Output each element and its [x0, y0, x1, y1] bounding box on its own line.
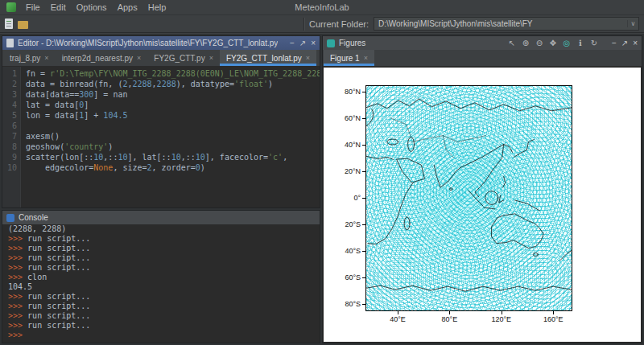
float-icon[interactable]: ↗: [299, 39, 306, 47]
code-token: lon = data[: [26, 111, 79, 120]
current-folder-combobox[interactable]: D:\Working\MIScript\Jython\mis\satellite…: [374, 17, 639, 31]
line-number: 1: [2, 68, 17, 79]
pan-icon[interactable]: ✥: [547, 39, 559, 47]
zoom-out-icon[interactable]: ⊖: [534, 39, 545, 47]
x-tick: [398, 311, 398, 314]
meteoinfolab-window: FileEditOptionsAppsHelp MeteoInfoLab Cur…: [0, 0, 644, 345]
y-tick: [362, 277, 365, 278]
code-line[interactable]: data = binread(fn, (2,2288,2288), dataty…: [26, 79, 320, 89]
editor-tabs: traj_8.py×interp2d_nearest.py×FY2G_CTT.p…: [2, 50, 320, 67]
menu-file[interactable]: File: [26, 2, 40, 12]
close-icon[interactable]: ×: [633, 39, 638, 47]
figures-window-controls: −↗×: [612, 39, 638, 47]
console-text: run script...: [27, 253, 90, 262]
zoom-in-icon[interactable]: ⊕: [520, 39, 531, 47]
line-number: 10: [2, 162, 17, 173]
code-token: edgecolor=: [26, 163, 93, 172]
code-token: 10: [196, 153, 205, 162]
y-tick: [362, 304, 365, 305]
line-number: 4: [2, 100, 17, 110]
toolbar-folder-group: Current Folder: D:\Working\MIScript\Jyth…: [303, 17, 639, 31]
code-token: ): [108, 142, 113, 151]
tab-close-icon[interactable]: ×: [209, 54, 213, 62]
chevron-down-icon[interactable]: ∨: [627, 20, 638, 27]
tab-close-icon[interactable]: ×: [306, 54, 310, 62]
minimize-icon[interactable]: −: [290, 39, 295, 47]
console-line: >>> run script...: [8, 244, 314, 253]
main-area: Editor - D:\Working\MIScript\Jython\mis\…: [0, 34, 644, 345]
map-axes[interactable]: [365, 85, 572, 311]
tab-label: FY2G_CTT_lonlat.py: [226, 54, 302, 63]
y-tick-label: 80°N: [324, 88, 361, 96]
editor-tab-interp2d_nearest.py[interactable]: interp2d_nearest.py×: [56, 50, 148, 66]
y-tick: [362, 145, 365, 146]
rotate-icon[interactable]: ↻: [588, 39, 600, 47]
close-icon[interactable]: ×: [311, 39, 316, 47]
code-gutter: 12345678910: [2, 67, 21, 207]
console-prompt: >>>: [8, 331, 27, 339]
editor-tab-traj_8.py[interactable]: traj_8.py×: [3, 50, 56, 66]
menu-help[interactable]: Help: [148, 2, 167, 12]
code-token: 104.5: [103, 111, 127, 120]
y-tick-label: 60°N: [324, 114, 361, 122]
code-line[interactable]: data[data==300] = nan: [26, 89, 320, 100]
select-icon[interactable]: ↖: [506, 39, 518, 47]
y-tick: [362, 224, 365, 225]
console-header: Console: [2, 211, 320, 224]
editor-header: Editor - D:\Working\MIScript\Jython\mis\…: [2, 36, 320, 50]
code-token: ] = nan: [93, 90, 127, 99]
console-line: >>> run script...: [8, 253, 314, 263]
figure-tab[interactable]: Figure 1×: [324, 50, 374, 66]
console-line: >>> run script...: [8, 263, 314, 273]
new-script-icon[interactable]: [5, 18, 13, 29]
full-extent-icon[interactable]: ◎: [561, 39, 572, 47]
console-text: run script...: [27, 263, 90, 272]
code-line[interactable]: edgecolor=None, size=2, zorder=0): [26, 162, 320, 173]
tab-close-icon[interactable]: ×: [364, 54, 368, 62]
identify-icon[interactable]: ℹ: [575, 39, 586, 47]
console-text: [27, 331, 32, 339]
editor-tab-FY2G_CTT.py[interactable]: FY2G_CTT.py×: [147, 50, 220, 66]
console-output[interactable]: >>> lon.shape(2288, 2288)>>> run script.…: [2, 224, 320, 343]
menu-apps[interactable]: Apps: [118, 2, 138, 12]
code-line[interactable]: geoshow('country'): [26, 142, 320, 152]
console-prompt: >>>: [8, 321, 27, 330]
code-editor[interactable]: 12345678910 fn = r'D:\Temp\FY\NOM_ITG_22…: [2, 67, 320, 207]
code-line[interactable]: lat = data[0]: [26, 100, 320, 110]
float-icon[interactable]: ↗: [621, 39, 628, 47]
code-line[interactable]: fn = r'D:\Temp\FY\NOM_ITG_2288_2288(0E0N…: [26, 68, 320, 79]
code-token: None: [93, 163, 113, 172]
tab-close-icon[interactable]: ×: [137, 54, 141, 62]
console-text: run script...: [27, 292, 90, 301]
figure-tabs: Figure 1×: [323, 50, 642, 67]
menu-edit[interactable]: Edit: [51, 2, 66, 12]
code-token: 10: [118, 153, 127, 162]
line-number: 8: [2, 142, 17, 152]
code-line[interactable]: [26, 121, 320, 131]
code-line[interactable]: lon = data[1] + 104.5: [26, 110, 320, 121]
tab-label: traj_8.py: [10, 54, 40, 63]
tab-close-icon[interactable]: ×: [44, 54, 48, 62]
code-token: , size=: [113, 163, 147, 172]
code-token: 10: [171, 153, 181, 162]
editor-tab-FY2G_CTT_lonlat.py[interactable]: FY2G_CTT_lonlat.py×: [220, 50, 316, 66]
code-token: r'D:\Temp\FY\NOM_ITG_2288_2288(0E0N)_LE\…: [50, 69, 320, 78]
tab-label: Figure 1: [330, 54, 360, 63]
code-token: ): [200, 163, 205, 172]
y-tick-label: 40°S: [324, 247, 361, 255]
editor-window-controls: −↗×: [290, 39, 316, 47]
minimize-icon[interactable]: −: [612, 39, 617, 47]
open-icon[interactable]: [18, 21, 28, 29]
menu-options[interactable]: Options: [76, 2, 107, 12]
line-number: 2: [2, 79, 17, 89]
y-tick-label: 20°S: [324, 220, 361, 228]
code-token: lat = data[: [26, 101, 79, 109]
code-lines[interactable]: fn = r'D:\Temp\FY\NOM_ITG_2288_2288(0E0N…: [21, 67, 320, 207]
figures-title: Figures: [339, 39, 365, 47]
code-line[interactable]: axesm(): [26, 131, 320, 142]
code-token: fn =: [26, 69, 50, 78]
console-line: >>> run script...: [8, 234, 314, 244]
tab-label: interp2d_nearest.py: [62, 54, 133, 63]
code-line[interactable]: scatter(lon[::10,::10], lat[::10,::10], …: [26, 152, 320, 162]
code-token: ), datatype=: [176, 80, 234, 88]
